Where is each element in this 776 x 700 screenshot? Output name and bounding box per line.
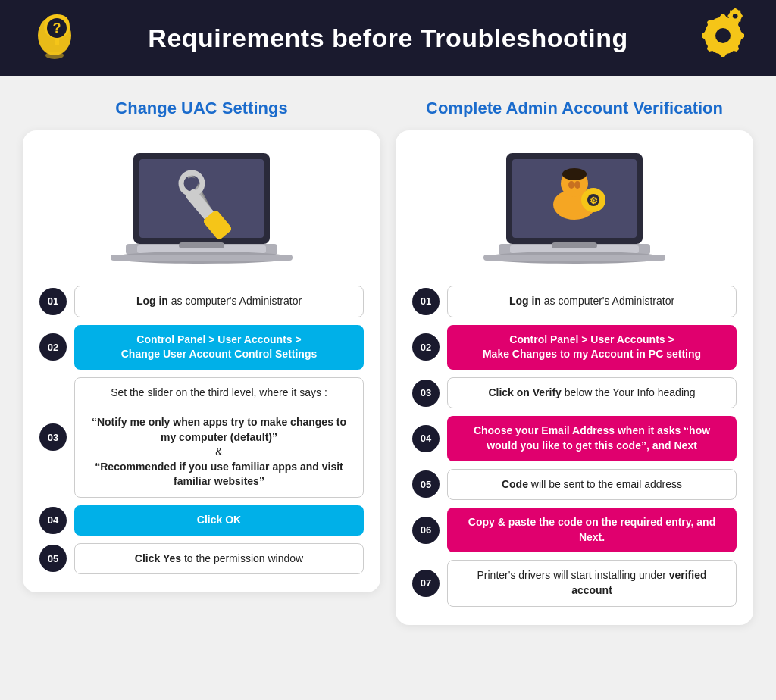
svg-rect-17 xyxy=(111,255,293,261)
right-step-1-row: 01 Log in as computer's Administrator xyxy=(412,286,737,317)
right-step-6-box: Copy & paste the code on the required en… xyxy=(447,508,737,552)
brain-question-icon: ? xyxy=(30,7,83,69)
svg-point-24 xyxy=(568,181,574,189)
right-step-2-box: Control Panel > User Accounts >Make Chan… xyxy=(447,325,737,370)
right-step-3-number: 03 xyxy=(412,380,440,407)
left-laptop-illustration xyxy=(39,145,364,278)
svg-point-4 xyxy=(715,28,731,43)
svg-rect-32 xyxy=(483,255,665,261)
gear-settings-icon xyxy=(693,7,746,69)
right-column-title: Complete Admin Account Verification xyxy=(426,98,723,118)
right-step-1-number: 01 xyxy=(412,288,440,315)
left-card: 01 Log in as computer's Administrator 02… xyxy=(23,130,380,592)
left-step-3-row: 03 Set the slider on the third level, wh… xyxy=(39,377,364,498)
right-step-5-box: Code will be sent to the email address xyxy=(447,469,737,501)
left-step-4-row: 04 Click OK xyxy=(39,505,364,536)
left-step-5-row: 05 Click Yes to the permission window xyxy=(39,543,364,575)
right-step-7-row: 07 Printer's drivers will start installi… xyxy=(412,560,737,606)
right-steps-list: 01 Log in as computer's Administrator 02… xyxy=(412,286,737,607)
left-step-5-box: Click Yes to the permission window xyxy=(74,543,364,575)
right-step-2-number: 02 xyxy=(412,333,440,361)
right-step-7-number: 07 xyxy=(412,570,440,597)
header: ? Requirements before Troubleshooting xyxy=(0,0,776,76)
svg-text:⚙: ⚙ xyxy=(590,195,598,206)
left-step-2-row: 02 Control Panel > User Accounts >Change… xyxy=(39,325,364,370)
right-step-6-number: 06 xyxy=(412,517,440,544)
left-step-1-box: Log in as computer's Administrator xyxy=(74,286,364,317)
left-step-1-row: 01 Log in as computer's Administrator xyxy=(39,286,364,317)
left-step-3-number: 03 xyxy=(39,423,67,451)
right-step-5-row: 05 Code will be sent to the email addres… xyxy=(412,469,737,501)
svg-rect-33 xyxy=(552,242,597,248)
left-step-2-number: 02 xyxy=(39,333,67,361)
svg-text:?: ? xyxy=(53,20,61,36)
left-step-1-number: 01 xyxy=(39,288,67,315)
left-step-4-box: Click OK xyxy=(74,505,364,536)
right-column: Complete Admin Account Verification xyxy=(388,98,761,625)
right-step-6-row: 06 Copy & paste the code on the required… xyxy=(412,508,737,552)
svg-point-11 xyxy=(186,177,198,189)
right-step-7-box: Printer's drivers will start installing … xyxy=(447,560,737,606)
left-step-2-box: Control Panel > User Accounts >Change Us… xyxy=(74,325,364,370)
left-column: Change UAC Settings xyxy=(15,98,388,625)
svg-point-25 xyxy=(574,181,580,189)
right-step-5-number: 05 xyxy=(412,470,440,498)
right-step-3-row: 03 Click on Verify below the Your Info h… xyxy=(412,377,737,409)
right-step-3-box: Click on Verify below the Your Info head… xyxy=(447,377,737,409)
right-step-2-row: 02 Control Panel > User Accounts >Make C… xyxy=(412,325,737,370)
left-column-title: Change UAC Settings xyxy=(115,98,287,118)
left-steps-list: 01 Log in as computer's Administrator 02… xyxy=(39,286,364,574)
left-step-5-number: 05 xyxy=(39,545,67,572)
svg-rect-18 xyxy=(179,242,224,248)
svg-point-5 xyxy=(733,14,738,19)
right-step-4-number: 04 xyxy=(412,425,440,452)
left-step-3-box: Set the slider on the third level, where… xyxy=(74,377,364,498)
main-content: Change UAC Settings xyxy=(0,76,776,640)
page-title: Requirements before Troubleshooting xyxy=(148,23,627,53)
svg-point-23 xyxy=(562,168,587,180)
svg-point-3 xyxy=(45,52,64,59)
right-step-4-box: Choose your Email Address when it asks “… xyxy=(447,416,737,461)
right-laptop-illustration: ⚙ xyxy=(412,145,737,278)
right-step-4-row: 04 Choose your Email Address when it ask… xyxy=(412,416,737,461)
right-step-1-box: Log in as computer's Administrator xyxy=(447,286,737,317)
right-card: ⚙ 01 Log in as computer's Administrator xyxy=(396,130,753,625)
left-step-4-number: 04 xyxy=(39,507,67,534)
